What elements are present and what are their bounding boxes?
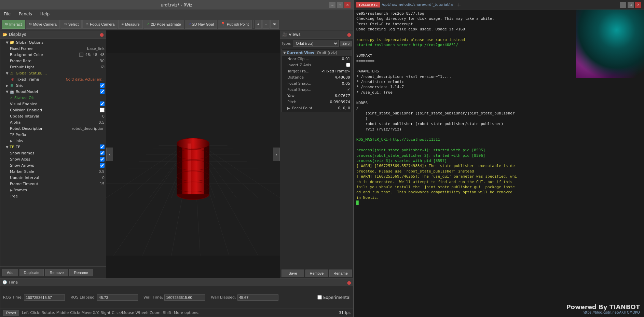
save-view-button[interactable]: Save [282,270,304,277]
menu-file[interactable]: File [2,11,13,17]
experimental-checkbox[interactable] [317,295,322,300]
publish-point-button[interactable]: 📍 Publish Point [218,20,252,29]
views-type-select[interactable]: Orbit (rviz) [293,40,339,47]
term-line-8 [356,48,641,53]
window-controls[interactable]: – □ ✕ [329,2,351,8]
term-line-24 [356,132,641,137]
frames-item[interactable]: ▶ Frames [0,187,106,193]
rename-button[interactable]: Rename [69,269,93,276]
view-button[interactable]: 👁 [270,20,279,29]
pitch-row: Pitch 0.0903974 [282,99,352,105]
tf-checkbox[interactable] [100,144,105,149]
remove-button[interactable]: Remove [45,269,68,276]
tf-prefix-item: TF Prefix [0,132,106,138]
tf-item[interactable]: ▼ TF TF [0,144,106,150]
minimize-button[interactable]: – [329,2,335,8]
collision-enabled-checkbox[interactable] [100,108,105,112]
measure-icon: ≡ [121,22,123,26]
show-axes-checkbox[interactable] [100,157,105,162]
displays-header: 📂 Displays ● [0,30,106,39]
robot-model-icon: 🤖 [9,89,15,94]
term-line-17 [356,95,641,100]
terminal-add-tab-icon[interactable]: + [457,2,461,8]
remove-view-button[interactable]: Remove [305,270,328,277]
term-line-23: rviz (rviz/rviz) [356,127,641,132]
fixed-frame-item: Fixed Frame base_link [0,45,106,52]
views-panel: 🎥 Views ● Type: Orbit (rviz) Zero ▼ Curr [280,30,353,278]
ros-elapsed-input[interactable] [97,294,138,301]
views-section-arrow[interactable]: ▼ [283,51,287,55]
focus-camera-icon: ⊕ [85,22,88,26]
term-line-13: * /robot_description: <?xml version="1..… [356,74,641,79]
wall-elapsed-input[interactable] [237,294,278,301]
add-axis-button[interactable]: + [255,20,262,29]
duplicate-button[interactable]: Duplicate [19,269,44,276]
term-line-15: * /rosversion: 1.14.7 [356,84,641,89]
show-names-checkbox[interactable] [100,151,105,155]
term-line-10: ======== [356,58,641,64]
displays-close-icon[interactable]: ● [100,32,104,37]
show-arrows-checkbox[interactable] [100,163,105,168]
global-options-item[interactable]: ▼ 📁 Global Options [0,39,106,45]
views-section-header[interactable]: ▼ Current View Orbit (rviz) [282,50,352,56]
2d-nav-button[interactable]: ↗ 2D Nav Goal [185,20,217,29]
terminal-close-btn[interactable]: ✕ [635,2,641,8]
show-arrows-item: Show Arrows [0,162,106,168]
terminal-minimize-btn[interactable]: – [620,2,626,8]
ros-time-input[interactable] [24,294,65,301]
svg-point-27 [177,138,209,149]
term-line-28: process[robot_state_publisher-2]: starte… [356,153,641,158]
show-names-item: Show Names [0,150,106,156]
focal-shape2-row: Focal Shap... ✓ [282,86,352,93]
focus-camera-button[interactable]: ⊕ Focus Camera [82,20,118,29]
3d-viewport[interactable]: ‹ › [106,30,280,278]
rename-view-button[interactable]: Rename [329,270,352,277]
status-ok-item: ✓ Status: Ok [0,95,106,101]
grid-checkbox[interactable] [100,83,105,88]
term-line-29: process[rviz-3]: started with pid [8597] [356,158,641,163]
visual-enabled-checkbox[interactable] [100,101,105,106]
menu-panels[interactable]: Panels [17,11,34,17]
experimental-check[interactable]: Experimental [317,295,351,300]
move-camera-button[interactable]: ⊕ Move Camera [26,20,60,29]
maximize-button[interactable]: □ [337,2,343,8]
measure-button[interactable]: ≡ Measure [118,20,142,29]
global-status-item[interactable]: ▼ ⚠ Global Status: ... [0,70,106,76]
grid-item[interactable]: ▶ ⊞ Grid [0,82,106,88]
menu-help[interactable]: Help [38,11,52,17]
wall-time-input[interactable] [164,294,205,301]
views-close-icon[interactable]: ● [347,32,351,37]
terminal-content[interactable]: 0e95/roslaunch-ros2go-8577.log Checking … [354,10,644,317]
close-button[interactable]: ✕ [344,2,351,8]
update-interval-item: Update Interval 0 [0,113,106,119]
term-line-31: precated. Please use 'robot_state_publis… [356,169,641,174]
2d-pose-button[interactable]: ↗ 2D Pose Estimate [143,20,184,29]
invert-z-checkbox[interactable] [346,63,350,67]
displays-tree: ▼ 📁 Global Options Fixed Frame base_link… [0,39,106,266]
nav-left-arrow[interactable]: ‹ [106,148,113,161]
terminal-controls: – □ ✕ [620,2,641,8]
interact-button[interactable]: ⊕ Interact [2,20,25,29]
2d-nav-label: 2D Nav Goal [192,22,214,26]
remove-axis-button[interactable]: – [262,20,269,29]
reset-button[interactable]: Reset [3,310,19,316]
time-content: ROS Time: ROS Elapsed: Wall Time: Wall E… [0,286,353,308]
alpha-item: Alpha 0.5 [0,119,106,125]
nav-right-arrow[interactable]: › [273,148,280,161]
add-button[interactable]: Add [2,269,18,276]
global-options-arrow[interactable]: ▼ [6,41,9,44]
time-close-icon[interactable]: ● [347,280,351,285]
links-item[interactable]: ▶ Links [0,138,106,144]
focus-camera-label: Focus Camera [90,22,114,26]
robot-model-checkbox[interactable] [100,89,105,94]
views-zero-button[interactable]: Zero [340,41,352,46]
select-button[interactable]: ▭ Select [60,20,82,29]
focal-point-row[interactable]: ▶ Focal Point 0; 0; 0 [282,105,352,111]
terminal-maximize-btn[interactable]: □ [628,2,634,8]
global-status-warn-icon: ⚠ [9,70,15,76]
term-line-33: ch is deprecated. We'll attempt to find … [356,179,641,184]
robot-model-item[interactable]: ▼ 🤖 RobotModel [0,88,106,95]
background-color-swatch[interactable] [79,53,83,57]
background-color-item: Background Color 48; 48; 48 [0,52,106,58]
near-clip-row: Near Clip ... 0.01 [282,56,352,62]
